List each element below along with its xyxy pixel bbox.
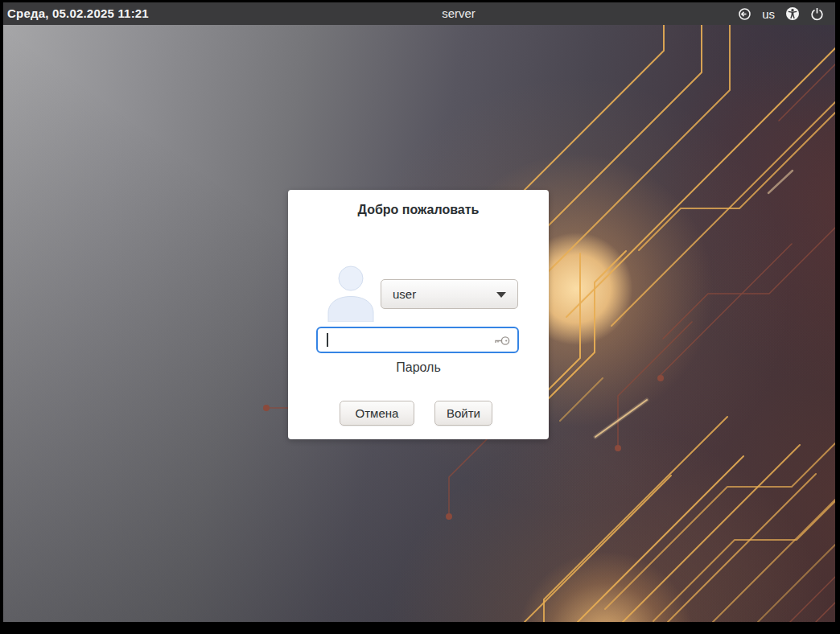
accessibility-icon[interactable] [785, 6, 800, 21]
password-label: Пароль [288, 360, 549, 375]
password-input[interactable] [316, 327, 519, 353]
vm-screen: Среда, 05.02.2025 11:21 server us Добро … [3, 2, 835, 622]
dialog-title: Добро пожаловать [288, 203, 549, 217]
text-caret [327, 333, 328, 347]
chevron-down-icon [496, 292, 506, 298]
power-icon[interactable] [810, 7, 824, 21]
keyboard-layout-indicator[interactable]: us [762, 7, 775, 21]
user-avatar-icon [326, 266, 376, 322]
panel-hostname: server [442, 2, 476, 25]
top-panel: Среда, 05.02.2025 11:21 server us [3, 2, 835, 25]
user-select-dropdown[interactable]: user [381, 279, 518, 309]
cancel-button[interactable]: Отмена [340, 401, 414, 426]
login-button[interactable]: Войти [434, 401, 492, 426]
panel-clock[interactable]: Среда, 05.02.2025 11:21 [7, 2, 149, 25]
selected-username: user [393, 280, 416, 308]
session-icon[interactable] [738, 7, 751, 21]
login-dialog: Добро пожаловать user Пароль Отмена Войт… [288, 190, 549, 439]
password-key-icon [493, 334, 511, 348]
